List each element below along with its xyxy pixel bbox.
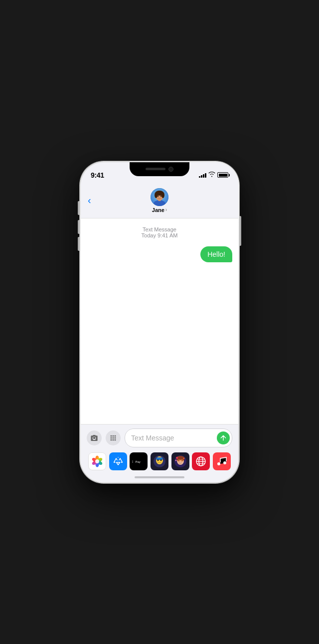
tray-memoji1-button[interactable] [151,452,168,470]
avatar [151,188,168,206]
applepay-icon:  Pay [132,457,146,465]
svg-point-16 [95,459,99,463]
svg-point-35 [178,460,179,461]
send-icon [220,434,227,441]
svg-point-7 [161,192,164,198]
tray-globe-button[interactable] [192,452,210,470]
camera-button[interactable] [87,430,102,445]
app-tray:  Pay [81,449,238,474]
battery-icon [217,172,228,178]
svg-point-36 [181,460,182,461]
wifi-icon [208,172,215,179]
send-button[interactable] [217,431,230,444]
input-area: Text Message [81,424,238,449]
chevron-right-icon: › [165,207,167,213]
front-camera [168,167,173,172]
svg-point-38 [183,457,184,459]
apps-icon [109,434,117,442]
svg-text:Pay: Pay [136,460,141,463]
messages-area[interactable]: Text Message Today 9:41 AM Hello! [81,218,238,424]
status-icons [199,172,228,179]
phone-frame: 9:41 [80,161,239,483]
status-time: 9:41 [91,171,104,179]
svg-point-39 [175,459,176,461]
contact-name-text: Jane [152,207,164,213]
svg-point-6 [155,192,158,198]
tray-appstore-button[interactable] [109,452,127,470]
signal-icon [199,172,206,178]
svg-point-37 [176,457,178,459]
message-date-header: Text Message Today 9:41 AM [87,226,232,238]
message-input-placeholder: Text Message [131,434,215,442]
camera-icon [90,434,98,442]
memoji1-icon [152,454,167,469]
home-indicator-area [81,474,238,482]
notch [130,162,189,176]
speaker [146,168,165,170]
tray-music-button[interactable] [213,452,231,470]
contact-info[interactable]: Jane › [151,188,168,213]
tray-memoji2-button[interactable] [171,452,189,470]
message-time-label: Today 9:41 AM [87,232,232,238]
message-type-label: Text Message [87,226,232,232]
message-input-wrapper[interactable]: Text Message [125,429,232,447]
nav-header: ‹ [81,184,238,218]
tray-applepay-button[interactable]:  Pay [130,452,148,470]
message-row: Hello! [87,246,232,262]
svg-point-9 [160,195,161,196]
back-button[interactable]: ‹ [88,195,91,206]
music-icon [217,456,227,467]
contact-name-row: Jane › [152,207,167,213]
home-bar [135,476,184,478]
message-text: Hello! [207,250,225,258]
app-screen: ‹ [81,184,238,482]
svg-text::  [132,460,133,463]
input-row: Text Message [87,429,232,447]
globe-icon [195,456,206,467]
apps-button[interactable] [106,430,121,445]
svg-point-8 [158,195,159,196]
appstore-icon [113,456,124,467]
photos-icon [90,454,104,468]
svg-rect-26 [157,457,162,459]
phone-screen: 9:41 [81,162,238,482]
tray-photos-button[interactable] [88,452,106,470]
memoji2-icon [173,454,188,469]
message-bubble[interactable]: Hello! [200,246,232,262]
